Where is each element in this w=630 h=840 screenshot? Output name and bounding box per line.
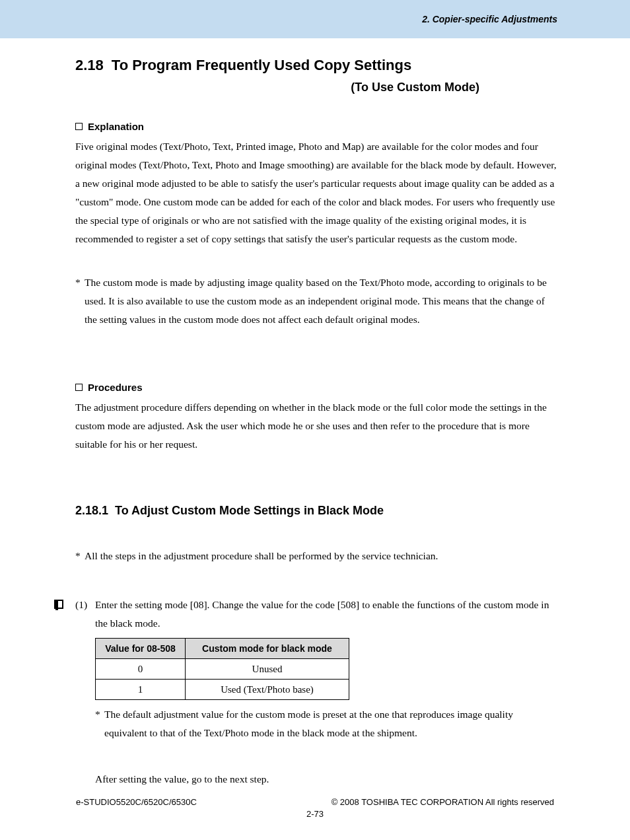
step-marker-icon — [54, 600, 63, 609]
section-title: 2.18 To Program Frequently Used Copy Set… — [75, 57, 557, 74]
page-content: 2.18 To Program Frequently Used Copy Set… — [0, 38, 630, 788]
footer-model: e-STUDIO5520C/6520C/6530C — [76, 797, 197, 807]
explanation-note-text: The custom mode is made by adjusting ima… — [85, 273, 557, 329]
step-1-text: Enter the setting mode [08]. Change the … — [95, 599, 549, 629]
all-steps-note: * All the steps in the adjustment proced… — [75, 547, 557, 565]
explanation-note: * The custom mode is made by adjusting i… — [75, 273, 557, 329]
page-footer: e-STUDIO5520C/6520C/6530C © 2008 TOSHIBA… — [0, 797, 630, 807]
explanation-heading: Explanation — [75, 121, 557, 132]
procedures-paragraph: The adjustment procedure differs dependi… — [75, 398, 557, 454]
subsection-title: 2.18.1 To Adjust Custom Mode Settings in… — [75, 504, 557, 518]
footer-copyright: © 2008 TOSHIBA TEC CORPORATION All right… — [332, 797, 554, 807]
table-header-value: Value for 08-508 — [96, 639, 186, 659]
page-number: 2-73 — [0, 809, 630, 819]
procedures-heading: Procedures — [75, 382, 557, 393]
section-number: 2.18 — [75, 57, 104, 74]
step-1-after: After setting the value, go to the next … — [95, 770, 557, 788]
table-cell: Used (Text/Photo base) — [186, 680, 349, 700]
chapter-label: 2. Copier-specific Adjustments — [422, 14, 557, 24]
procedures-label: Procedures — [88, 382, 143, 393]
table-cell: Unused — [186, 659, 349, 680]
section-subtitle: (To Use Custom Mode) — [75, 81, 479, 94]
asterisk-icon: * — [75, 273, 85, 329]
settings-table: Value for 08-508 Custom mode for black m… — [95, 638, 349, 700]
step-1: (1) Enter the setting mode [08]. Change … — [75, 596, 557, 788]
table-row: 0 Unused — [96, 659, 349, 680]
asterisk-icon: * — [75, 547, 85, 565]
square-bullet-icon — [75, 123, 83, 130]
table-cell: 1 — [96, 680, 186, 700]
step-1-footnote-text: The default adjustment value for the cus… — [104, 705, 557, 742]
explanation-label: Explanation — [88, 121, 144, 132]
explanation-paragraph: Five original modes (Text/Photo, Text, P… — [75, 137, 557, 248]
step-1-body: Enter the setting mode [08]. Change the … — [95, 596, 557, 788]
page-header-band: 2. Copier-specific Adjustments — [0, 0, 630, 38]
table-cell: 0 — [96, 659, 186, 680]
section-text: To Program Frequently Used Copy Settings — [112, 57, 411, 74]
step-1-footnote: * The default adjustment value for the c… — [95, 705, 557, 742]
asterisk-icon: * — [95, 705, 104, 742]
square-bullet-icon — [75, 384, 83, 391]
subsection-number: 2.18.1 — [75, 504, 108, 518]
step-1-number: (1) — [75, 596, 95, 788]
subsection-text: To Adjust Custom Mode Settings in Black … — [115, 504, 384, 518]
table-header-mode: Custom mode for black mode — [186, 639, 349, 659]
all-steps-note-text: All the steps in the adjustment procedur… — [85, 547, 438, 565]
table-row: 1 Used (Text/Photo base) — [96, 680, 349, 700]
